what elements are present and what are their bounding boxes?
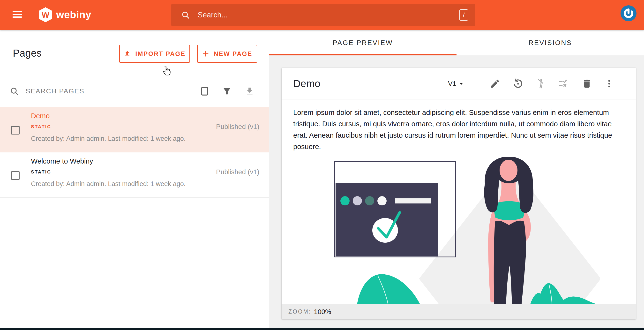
webiny-wordmark: webiny <box>56 9 91 20</box>
row-checkbox[interactable] <box>11 171 20 180</box>
more-vertical-icon <box>604 78 614 89</box>
search-pages-input[interactable] <box>26 87 200 95</box>
page-status: Published (v1) <box>216 123 259 131</box>
webiny-logo-hexagon: W <box>39 7 52 22</box>
delete-icon <box>582 78 592 89</box>
requested-changes-button[interactable] <box>558 78 570 89</box>
preview-actions: V1 <box>448 78 614 89</box>
page-row-meta: Created by: Admin admin. Last modified: … <box>31 180 259 188</box>
pages-list-panel: Pages IMPORT PAGE NEW PAGE <box>0 30 269 328</box>
page-status: Published (v1) <box>216 168 259 176</box>
page-list-item-welcome[interactable]: Welcome to Webiny STATIC Published (v1) … <box>0 152 269 198</box>
user-avatar[interactable] <box>620 5 636 21</box>
more-options-button[interactable] <box>604 78 614 89</box>
request-review-icon <box>536 78 546 89</box>
preview-zoom-bar: ZOOM: 100% <box>282 304 636 319</box>
zoom-value: 100% <box>314 308 331 316</box>
edit-button[interactable] <box>490 78 500 89</box>
search-pages-icon <box>10 86 19 96</box>
global-search-input[interactable] <box>198 11 459 19</box>
zoom-label: ZOOM: <box>288 308 311 315</box>
version-dropdown[interactable]: V1 <box>448 80 464 88</box>
gravatar-icon <box>623 8 634 19</box>
page-title: Pages <box>13 48 42 59</box>
import-page-label: IMPORT PAGE <box>135 50 186 58</box>
page-row-meta: Created by: Admin admin. Last modified: … <box>31 135 259 142</box>
page-row-title[interactable]: Welcome to Webiny <box>31 157 259 165</box>
page-type-badge: STATIC <box>31 124 51 130</box>
bottom-window-edge <box>0 328 644 330</box>
toolbar-icons <box>200 86 254 96</box>
page-details-panel: PAGE PREVIEW REVISIONS Demo V1 <box>269 30 644 328</box>
restore-icon <box>512 78 524 89</box>
plus-icon <box>202 50 209 57</box>
import-page-button[interactable]: IMPORT PAGE <box>119 45 190 63</box>
webiny-logo-letter: W <box>42 10 49 20</box>
page-preview-illustration <box>329 157 600 304</box>
edit-icon <box>490 78 500 89</box>
tab-page-preview[interactable]: PAGE PREVIEW <box>269 30 456 56</box>
upload-icon <box>124 50 131 57</box>
row-checkbox[interactable] <box>11 126 20 134</box>
requested-changes-icon <box>558 78 570 89</box>
search-icon <box>181 11 190 19</box>
page-row-title[interactable]: Demo <box>31 112 259 120</box>
app-screen: W webiny / Pages IMPORT <box>0 0 644 330</box>
new-page-button[interactable]: NEW PAGE <box>197 45 257 63</box>
select-all-checkbox[interactable] <box>200 86 209 96</box>
page-type-badge: STATIC <box>31 169 51 175</box>
page-preview-card: Demo V1 <box>282 68 636 319</box>
pages-search-toolbar <box>0 75 269 107</box>
global-search-bar[interactable]: / <box>171 4 475 26</box>
tab-revisions[interactable]: REVISIONS <box>456 30 644 56</box>
top-app-bar: W webiny / <box>0 0 644 30</box>
caret-down-icon <box>459 82 464 85</box>
filter-icon[interactable] <box>222 86 232 96</box>
restore-button[interactable] <box>512 78 524 89</box>
webiny-logo: W webiny <box>39 7 91 22</box>
slash-shortcut-badge: / <box>459 9 468 21</box>
request-review-button[interactable] <box>536 78 546 89</box>
page-list-item-demo[interactable]: Demo STATIC Published (v1) Created by: A… <box>0 107 269 152</box>
version-label: V1 <box>448 80 456 88</box>
details-tabbar: PAGE PREVIEW REVISIONS <box>269 30 644 56</box>
delete-button[interactable] <box>582 78 592 89</box>
new-page-label: NEW PAGE <box>214 50 252 58</box>
preview-page-title: Demo <box>293 78 320 90</box>
hamburger-menu-icon[interactable] <box>12 11 23 19</box>
preview-card-header: Demo V1 <box>282 68 636 100</box>
preview-body-text: Lorem ipsum dolor sit amet, consectetur … <box>293 107 625 152</box>
download-icon[interactable] <box>245 86 254 96</box>
